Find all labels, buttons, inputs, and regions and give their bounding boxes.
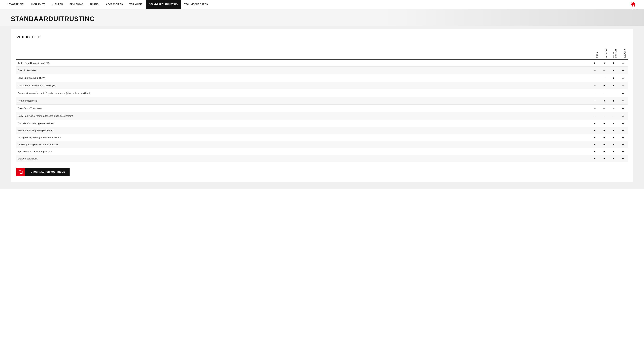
cell-instyle: ●: [618, 67, 628, 74]
cell-first_edition: ●: [609, 74, 618, 82]
cell-pure: –: [590, 82, 600, 89]
svg-marker-6: [633, 4, 635, 7]
cell-pure: ●: [590, 155, 600, 162]
cell-instyle: –: [618, 82, 628, 89]
cell-instyle: ●: [618, 148, 628, 155]
feature-name: Traffic Sign Recognition (TSR): [16, 59, 590, 67]
nav-item-bekleding[interactable]: BEKLEDING: [66, 0, 86, 9]
feature-name: Blind Spot Warning (BSW): [16, 74, 590, 82]
cell-intense: ●: [600, 97, 609, 105]
spec-table: PUREINTENSEFIRST EDITIONINSTYLE Traffic …: [16, 43, 628, 162]
main-nav: UITVOERINGENHIGHLIGHTSKLEURENBEKLEDINGPR…: [0, 0, 644, 9]
cell-first_edition: –: [609, 105, 618, 112]
cell-first_edition: ●: [609, 67, 618, 74]
table-row: Rear Cross Traffic Alert–––●: [16, 105, 628, 112]
cell-instyle: ●: [618, 97, 628, 105]
nav-item-kleuren[interactable]: KLEUREN: [48, 0, 66, 9]
cell-first_edition: –: [609, 89, 618, 97]
content-area: VEILIGHEID PUREINTENSEFIRST EDITIONINSTY…: [0, 26, 644, 189]
cell-first_edition: ●: [609, 59, 618, 67]
table-row: Traffic Sign Recognition (TSR)●●●●: [16, 59, 628, 67]
cell-pure: –: [590, 97, 600, 105]
feature-name: Rear Cross Traffic Alert: [16, 105, 590, 112]
feature-name: Gordels vóór in hoogte verstelbaar: [16, 120, 590, 127]
cell-intense: ●: [600, 82, 609, 89]
feature-name: ISOFIX passagiersstoel en achterbank: [16, 141, 590, 148]
cell-intense: –: [600, 67, 609, 74]
nav-item-prijzen[interactable]: PRIJZEN: [86, 0, 103, 9]
cell-intense: ●: [600, 120, 609, 127]
cell-instyle: ●: [618, 134, 628, 141]
back-icon-box: [16, 168, 25, 176]
nav-item-technische-specs[interactable]: TECHNISCHE SPECS: [181, 0, 211, 9]
cell-pure: –: [590, 67, 600, 74]
table-row: Tyre pressure monitoring system●●●●: [16, 148, 628, 155]
feature-name: Airbag voorzijde en gordijnairbags zijka…: [16, 134, 590, 141]
feature-name: Achteruitrijcamera: [16, 97, 590, 105]
cell-instyle: ●: [618, 59, 628, 67]
page-title: STANDAARDUITRUSTING: [11, 15, 633, 23]
cell-instyle: ●: [618, 105, 628, 112]
table-row: Blind Spot Warning (BSW)––●●: [16, 74, 628, 82]
feature-name: Bestuurders- en passagiersairbag: [16, 127, 590, 134]
cell-intense: ●: [600, 127, 609, 134]
nav-item-accessoires[interactable]: ACCESSOIRES: [103, 0, 126, 9]
table-row: Parkeersensoren vóór en achter (8x)–●●–: [16, 82, 628, 89]
cell-instyle: ●: [618, 89, 628, 97]
expand-icon: [18, 170, 23, 174]
back-button[interactable]: TERUG NAAR UITVOERINGEN: [16, 168, 70, 176]
table-row: ISOFIX passagiersstoel en achterbank●●●●: [16, 141, 628, 148]
cell-instyle: ●: [618, 127, 628, 134]
cell-first_edition: ●: [609, 148, 618, 155]
cell-intense: ●: [600, 155, 609, 162]
table-row: Easy Park Assist (semi-autonoom inparkee…: [16, 112, 628, 120]
table-row: Achteruitrijcamera–●●●: [16, 97, 628, 105]
cell-instyle: ●: [618, 155, 628, 162]
cell-intense: –: [600, 105, 609, 112]
cell-pure: ●: [590, 148, 600, 155]
feature-name: Easy Park Assist (semi-autonoom inparkee…: [16, 112, 590, 120]
nav-item-uitvoeringen[interactable]: UITVOERINGEN: [4, 0, 28, 9]
nav-item-highlights[interactable]: HIGHLIGHTS: [28, 0, 48, 9]
cell-pure: –: [590, 89, 600, 97]
cell-pure: ●: [590, 141, 600, 148]
cell-pure: –: [590, 112, 600, 120]
cell-pure: ●: [590, 127, 600, 134]
back-button-label: TERUG NAAR UITVOERINGEN: [25, 168, 70, 176]
cell-intense: –: [600, 112, 609, 120]
col-header-instyle: INSTYLE: [618, 43, 628, 59]
cell-first_edition: ●: [609, 120, 618, 127]
nav-item-standaarduitrusting[interactable]: STANDAARDUITRUSTING: [146, 0, 181, 9]
feature-name: Tyre pressure monitoring system: [16, 148, 590, 155]
table-row: Bandenreparatiekit●●●●: [16, 155, 628, 162]
cell-pure: ●: [590, 59, 600, 67]
cell-first_edition: –: [609, 112, 618, 120]
feature-name: Bandenreparatiekit: [16, 155, 590, 162]
hero-section: STANDAARDUITRUSTING: [0, 9, 644, 26]
cell-first_edition: ●: [609, 134, 618, 141]
cell-intense: ●: [600, 59, 609, 67]
mitsubishi-logo-icon: [629, 1, 638, 9]
table-row: Grootlichtassistent––●●: [16, 67, 628, 74]
cell-first_edition: ●: [609, 97, 618, 105]
cell-pure: –: [590, 74, 600, 82]
svg-marker-5: [631, 4, 633, 7]
cell-first_edition: ●: [609, 127, 618, 134]
table-container: VEILIGHEID PUREINTENSEFIRST EDITIONINSTY…: [11, 29, 633, 182]
cell-intense: ●: [600, 141, 609, 148]
col-header-first-edition: FIRST EDITION: [609, 43, 618, 59]
cell-instyle: ●: [618, 141, 628, 148]
table-row: Bestuurders- en passagiersairbag●●●●: [16, 127, 628, 134]
cell-instyle: ●: [618, 120, 628, 127]
feature-name: Around view monitor met 12 parkeersensor…: [16, 89, 590, 97]
cell-intense: ●: [600, 148, 609, 155]
col-header-pure: PURE: [590, 43, 600, 59]
cell-pure: –: [590, 105, 600, 112]
cell-intense: –: [600, 74, 609, 82]
table-row: Around view monitor met 12 parkeersensor…: [16, 89, 628, 97]
nav-item-veiligheid[interactable]: VEILIGHEID: [126, 0, 146, 9]
feature-name: Parkeersensoren vóór en achter (8x): [16, 82, 590, 89]
table-row: Airbag voorzijde en gordijnairbags zijka…: [16, 134, 628, 141]
cell-pure: ●: [590, 120, 600, 127]
section-title: VEILIGHEID: [16, 35, 628, 39]
